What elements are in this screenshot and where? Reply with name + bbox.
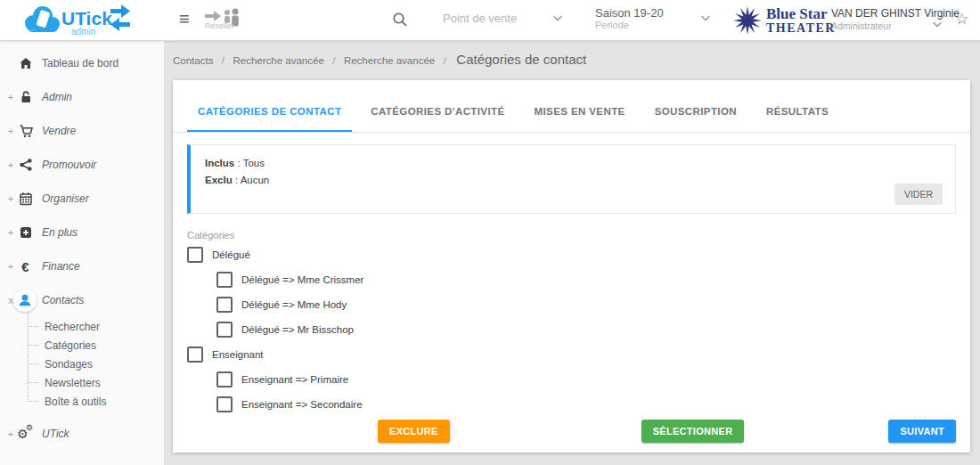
favorite-star-icon[interactable]: ☆ [955,10,968,29]
season-select[interactable]: Saison 19-20 Periode [595,6,711,31]
sidebar-item-en-plus[interactable]: + En plus [0,216,164,249]
tab-bar: CATÉGORIES DE CONTACT CATÉGORIES D'ACTIV… [173,93,970,133]
person-icon [17,292,33,308]
lock-icon [18,90,33,105]
category-row-delegue-bisschop[interactable]: Délégué => Mr Bisschop [216,317,956,342]
categories-section-label: Catégories [187,230,956,241]
sidebar-item-categories[interactable]: Catégories [28,336,164,355]
wizard-actions: EXCLURE SÉLECTIONNER SUIVANT [187,420,956,443]
reseller-icon: Reseller [203,7,248,32]
checkbox-enseignant-secondaire[interactable] [216,396,233,412]
categories-list: Délégué Délégué => Mme Crissmer Délégué … [187,242,956,417]
plus-square-icon [18,225,33,241]
tab-categories-activite[interactable]: CATÉGORIES D'ACTIVITÉ [360,93,515,130]
clear-button[interactable]: VIDER [894,184,943,205]
category-row-enseignant-primaire[interactable]: Enseignant => Primaire [216,367,956,392]
hamburger-menu-icon[interactable]: ≡ [179,9,190,29]
category-row-delegue-crissmer[interactable]: Délégué => Mme Crissmer [216,267,956,292]
contacts-avatar [13,289,37,312]
organization-logo[interactable]: Blue Star THEATER [733,4,836,37]
sidebar-item-finance[interactable]: + € Finance [0,249,164,283]
sidebar-item-label: Tableau de bord [42,57,118,69]
sidebar: Tableau de bord + Admin + Vendre [0,40,165,465]
sidebar-item-newsletters[interactable]: Newsletters [28,373,164,392]
point-of-sale-select[interactable]: Point de vente [443,12,563,25]
sidebar-item-label: Admin [42,91,72,103]
topbar: ... UTick admin ≡ Reseller [0,0,980,41]
checkbox-delegue-hody[interactable] [216,297,233,313]
organization-name-line2: THEATER [766,21,836,35]
cart-icon [18,124,33,139]
category-row-enseignant[interactable]: Enseignant [187,342,956,367]
breadcrumb-item[interactable]: Contacts [173,55,213,66]
sidebar-item-label: Contacts [42,294,84,306]
sidebar-item-boite-a-outils[interactable]: Boîte à outils [28,392,164,411]
reseller-label: Reseller [205,21,234,30]
arrow-left-icon [110,18,130,31]
search-icon[interactable] [392,12,408,31]
page-title: Catégories de contact [456,52,586,67]
sidebar-item-promouvoir[interactable]: + Promouvoir [0,148,164,182]
select-button[interactable]: SÉLECTIONNER [641,420,745,443]
checkbox-delegue[interactable] [187,247,203,263]
home-icon [18,56,33,71]
breadcrumb: Contacts / Recherche avancée / Recherche… [166,40,980,68]
utick-logo[interactable]: ... UTick admin [18,3,151,42]
excluded-summary: Exclu : Aucun [205,172,941,189]
logo-subtitle-text: admin [71,27,95,37]
sidebar-item-contacts[interactable]: x Contacts [0,283,164,317]
sidebar-item-label: UTick [42,428,69,440]
category-row-delegue-hody[interactable]: Délégué => Mme Hody [216,292,956,317]
filter-summary-box: Inclus : Tous Exclu : Aucun VIDER [187,144,956,214]
reseller-logo[interactable]: Reseller [203,7,248,36]
category-row-enseignant-secondaire[interactable]: Enseignant => Secondaire [216,392,956,417]
breadcrumb-item[interactable]: Recherche avancée [233,55,324,66]
gears-icon: ⚙ ⚙ [18,427,33,442]
sidebar-item-label: Promouvoir [42,159,96,171]
starburst-icon [733,4,764,37]
sidebar-item-utick[interactable]: + ⚙ ⚙ UTick [0,417,164,451]
utick-admin-app: ... UTick admin ≡ Reseller [0,0,980,465]
user-menu-chevron-icon[interactable] [932,16,943,32]
checkbox-enseignant-primaire[interactable] [216,371,233,388]
utick-logo-graphic: ... UTick admin [18,3,151,38]
tab-categories-de-contact[interactable]: CATÉGORIES DE CONTACT [187,93,352,132]
exclude-button[interactable]: EXCLURE [378,420,450,443]
main-content: Contacts / Recherche avancée / Recherche… [166,40,980,465]
season-value: Saison 19-20 [595,6,700,20]
next-button[interactable]: SUIVANT [888,420,956,443]
calendar-icon [18,192,33,207]
checkbox-delegue-bisschop[interactable] [216,322,233,338]
sidebar-item-vendre[interactable]: + Vendre [0,114,164,148]
search-wizard-card: CATÉGORIES DE CONTACT CATÉGORIES D'ACTIV… [173,80,970,453]
contacts-submenu: Rechercher Catégories Sondages Newslette… [28,317,164,411]
organization-name-line1: Blue Star [766,6,836,21]
sidebar-item-sondages[interactable]: Sondages [28,355,164,373]
tab-mises-en-vente[interactable]: MISES EN VENTE [524,93,636,130]
checkbox-delegue-crissmer[interactable] [216,272,233,288]
sidebar-item-admin[interactable]: + Admin [0,80,164,114]
tab-resultats[interactable]: RÉSULTATS [755,93,839,130]
chevron-down-icon [552,15,563,22]
sidebar-item-tableau-de-bord[interactable]: Tableau de bord [0,46,164,80]
share-icon [18,158,33,173]
category-row-delegue[interactable]: Délégué [187,242,956,267]
arrow-right-icon [110,4,130,18]
chevron-down-icon [700,15,711,22]
tab-souscription[interactable]: SOUSCRIPTION [644,93,747,130]
sidebar-item-label: En plus [42,226,78,239]
sidebar-item-rechercher[interactable]: Rechercher [28,317,164,336]
sidebar-item-label: Vendre [42,125,76,137]
sidebar-item-organiser[interactable]: + Organiser [0,182,164,216]
included-summary: Inclus : Tous [205,155,941,172]
point-of-sale-placeholder: Point de vente [443,12,552,25]
svg-text:...: ... [30,25,36,31]
breadcrumb-item[interactable]: Recherche avancée [344,55,435,66]
euro-icon: € [18,259,33,274]
season-caption: Periode [595,20,700,31]
checkbox-enseignant[interactable] [187,347,203,363]
sidebar-item-label: Organiser [42,192,89,205]
sidebar-item-label: Finance [42,260,80,273]
logo-title-text: UTick [61,8,112,29]
